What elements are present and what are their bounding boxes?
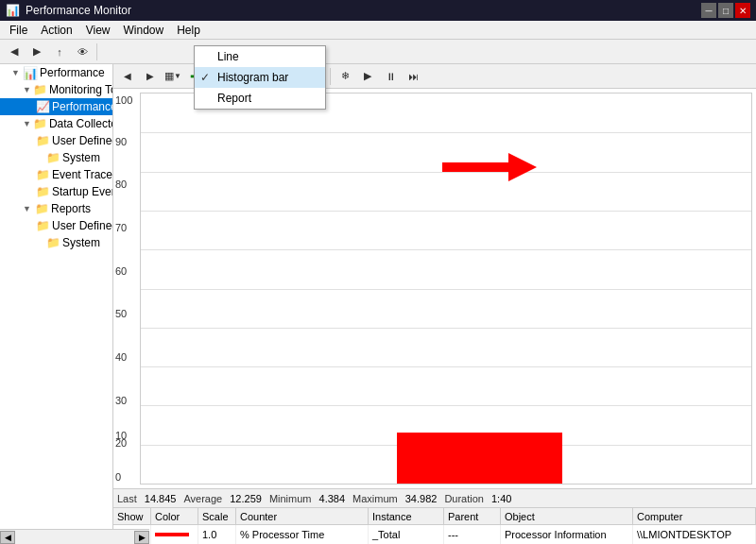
col-show: Show [113,508,151,524]
nav-back-chart[interactable]: ◀ [117,66,138,87]
folder-icon: 📁 [34,202,49,215]
tree-label-system-2: System [62,236,100,249]
forward-button[interactable]: ▶ [26,42,47,62]
chart-canvas [140,93,752,484]
tree-item-event-trace[interactable]: 📁 Event Trace Sessions [0,166,112,183]
title-bar-controls: ─ □ ✕ [701,3,750,18]
tree-item-startup-event[interactable]: 📁 Startup Event Trace Sess [0,183,112,200]
col-parent: Parent [444,508,501,524]
counter-table: Show Color Scale Counter Instance Parent… [113,507,756,544]
col-object: Object [501,508,633,524]
scroll-left-button[interactable]: ◀ [0,531,15,544]
title-bar: 📊 Performance Monitor ─ □ ✕ [0,0,756,21]
tree-item-user-defined-2[interactable]: 📁 User Defined [0,217,112,234]
red-arrow-annotation [442,153,537,184]
maximize-button[interactable]: □ [718,3,733,18]
average-label: Average [183,493,222,504]
menu-view[interactable]: View [80,23,116,38]
close-button[interactable]: ✕ [735,3,750,18]
minimum-label: Minimum [269,493,312,504]
main-toolbar: ◀ ▶ ↑ 👁 [0,40,756,64]
gridline-20 [141,405,751,406]
cell-computer: \\LMIONTDESKTOP [633,525,756,544]
toggle-icon: ▼ [11,68,21,77]
col-scale: Scale [198,508,236,524]
folder-icon: 📁 [36,134,50,147]
menu-action[interactable]: Action [35,23,77,38]
menu-help[interactable]: Help [171,23,206,38]
app-title: Performance Monitor [26,4,131,17]
cell-scale: 1.0 [198,525,236,544]
check-icon: ✓ [200,71,210,84]
pause-button[interactable]: ⏸ [380,66,401,87]
dropdown-item-histogram[interactable]: ✓ Histogram bar [195,67,325,88]
nav-forward-chart[interactable]: ▶ [140,66,161,87]
tree-label-system: System [62,151,100,164]
left-panel-scrollbar[interactable]: ◀ ▶ [0,529,113,544]
toggle-icon: ▼ [23,85,31,94]
stats-bar: Last 14.845 Average 12.259 Minimum 4.384… [113,488,756,507]
gridline-30 [141,366,751,367]
toggle-icon: ▼ [23,204,32,213]
histogram-label: Histogram bar [217,71,288,84]
cell-counter: % Processor Time [236,525,369,544]
duration-value: 1:40 [491,493,511,504]
tree-label-event-trace: Event Trace Sessions [52,168,113,181]
play-button[interactable]: ▶ [357,66,378,87]
tree-item-performance-monitor[interactable]: 📈 Performance Monitor [0,98,112,115]
y-label-40: 40 [115,351,127,363]
folder-icon: 📁 [33,117,47,130]
back-button[interactable]: ◀ [4,42,25,62]
y-axis: 100 90 80 70 60 50 40 30 20 10 0 [113,93,140,484]
cell-object: Processor Information [501,525,633,544]
last-label: Last [117,493,137,504]
tree-label-perf-monitor: Performance Monitor [52,100,113,113]
folder-icon: 📁 [36,168,50,181]
gridline-60 [141,249,751,250]
folder-icon: 📁 [36,219,50,232]
y-label-50: 50 [115,308,127,319]
cell-color [151,525,198,544]
counter-row[interactable]: ☑ 1.0 % Processor Time _Total --- Proces… [113,525,756,544]
folder-icon: 📁 [33,83,47,96]
tree-label-user-defined-2: User Defined [52,219,113,232]
y-label-30: 30 [115,395,127,406]
chart-area: 100 90 80 70 60 50 40 30 20 10 0 [113,89,756,488]
tree-item-system[interactable]: 📁 System [0,149,112,166]
show-hide-button[interactable]: 👁 [72,42,93,62]
next-button[interactable]: ⏭ [403,66,423,87]
tree-item-data-collector[interactable]: ▼ 📁 Data Collector Sets [0,115,112,132]
tree-item-reports[interactable]: ▼ 📁 Reports [0,200,112,217]
tree-item-user-defined-1[interactable]: 📁 User Defined [0,132,112,149]
y-label-100: 100 [115,94,132,106]
folder-icon: 📁 [45,151,60,164]
minimum-value: 4.384 [319,493,346,504]
counter-header: Show Color Scale Counter Instance Parent… [113,508,756,525]
color-swatch [155,533,189,536]
toolbar-separator-1 [96,43,97,60]
folder-icon: 📁 [36,185,50,198]
up-button[interactable]: ↑ [49,42,70,62]
dropdown-item-line[interactable]: Line [195,46,325,67]
view-type-dropdown: Line ✓ Histogram bar Report [194,45,326,110]
menu-file[interactable]: File [4,23,33,38]
tree-item-system-2[interactable]: 📁 System [0,234,112,251]
right-panel: ◀ ▶ ▦ ▼ ✚ ✖ ✎ ⧉ 📋 🔍 ❄ ▶ ⏸ ⏭ 100 90 [113,64,756,544]
menu-window[interactable]: Window [118,23,170,38]
left-panel: ▼ 📊 Performance ▼ 📁 Monitoring Tools 📈 P… [0,64,113,544]
minimize-button[interactable]: ─ [701,3,716,18]
tree-label-reports: Reports [51,202,91,215]
col-counter: Counter [236,508,369,524]
gridline-90 [141,132,751,133]
view-type-button[interactable]: ▦ ▼ [163,66,183,87]
gridline-40 [141,328,751,329]
tree-item-monitoring-tools[interactable]: ▼ 📁 Monitoring Tools [0,81,112,98]
app-icon: 📊 [6,4,20,17]
average-value: 12.259 [230,493,262,504]
title-bar-left: 📊 Performance Monitor [6,4,131,17]
dropdown-item-report[interactable]: Report [195,88,325,109]
tree-item-performance[interactable]: ▼ 📊 Performance [0,64,112,81]
main-layout: ▼ 📊 Performance ▼ 📁 Monitoring Tools 📈 P… [0,64,756,544]
freeze-button[interactable]: ❄ [335,66,355,87]
cell-instance: _Total [369,525,444,544]
